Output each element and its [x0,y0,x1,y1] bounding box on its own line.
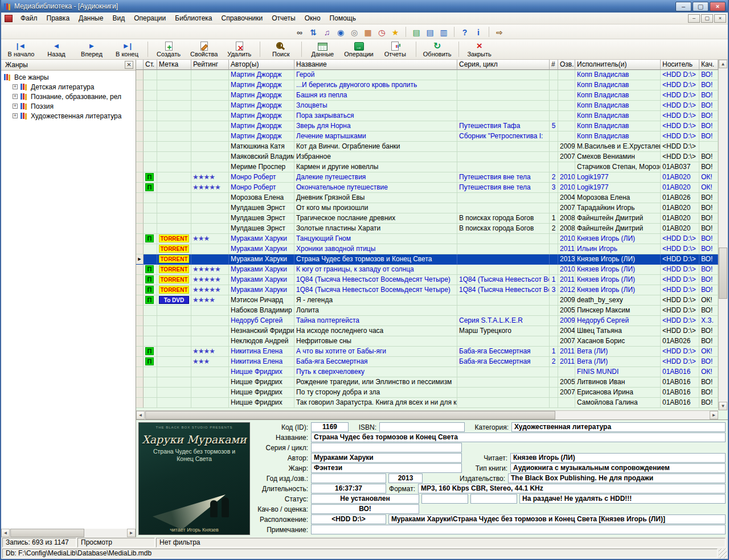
sidebar-horizontal-scrollbar[interactable]: ◄ ► [1,529,136,537]
table-row[interactable]: ПTo DVD★★★★Мэтисон РичардЯ - легенда2009… [136,295,718,306]
data-button[interactable]: Данные [305,40,340,59]
tree-expander[interactable]: + [13,84,18,89]
table-row[interactable]: П★★★★Монро РобертДалекие путешествияПуте… [136,172,718,183]
location-path-field[interactable]: Мураками Харуки\Страна Чудес без тормозо… [388,514,726,524]
scroll-up-button[interactable]: ▲ [719,60,727,68]
table-row[interactable]: Мулдашев ЭрнстТрагическое послание древн… [136,213,718,224]
table-row[interactable]: ПTORRENT★★★★★Мураками Харуки1Q84 (Тысяча… [136,275,718,285]
publisher-field[interactable]: The Black Box Publishing. Не для продажи [508,473,726,483]
view-list-blue-icon[interactable]: ▤ [424,26,436,38]
menu-item[interactable]: Отчеты [267,13,300,23]
table-row[interactable]: Морозова ЕленаДневник Грязной Евы2004Мор… [136,193,718,203]
status-field[interactable]: Не установлен [311,494,419,504]
author-field[interactable]: Мураками Харуки [311,453,462,463]
table-row[interactable]: ►TORRENTМураками ХарукиСтрана Чудес без … [136,254,718,265]
column-header[interactable]: Ст. [144,60,157,70]
menu-item[interactable]: Вид [108,13,129,23]
table-row[interactable]: П★★★★Никитина ЕленаА что вы хотите от Ба… [136,347,718,357]
menu-item[interactable]: Справочники [217,13,268,23]
scroll-down-button[interactable]: ▼ [719,402,727,410]
table-row[interactable]: Набоков ВладимирЛолита2005Пинскер Максим… [136,306,718,316]
music-note-icon[interactable]: ♫ [321,26,333,38]
table-row[interactable]: Ницше ФридрихРождение трагедии, или Элли… [136,377,718,388]
menu-item[interactable]: Данные [74,13,108,23]
menu-item[interactable]: Помощь [325,13,361,23]
go-back-button[interactable]: ◄Назад [39,40,74,59]
booktype-field[interactable]: Аудиокнига с музыкальным сопровождением [510,463,726,473]
horizontal-scrollbar[interactable]: ◄ ► [136,410,718,419]
scroll-thumb[interactable] [145,411,555,419]
table-row[interactable]: ПTORRENT★★★★★Мураками ХарукиК югу от гра… [136,265,718,275]
operations-button[interactable]: Операции [340,40,377,59]
exit-icon[interactable]: ⇨ [493,26,506,38]
table-row[interactable]: Мулдашев ЭрнстОт кого мы произошли2007Та… [136,203,718,213]
mdi-close-button[interactable]: × [714,14,726,23]
vertical-scrollbar[interactable]: ▲ ▼ [718,60,728,410]
table-row[interactable]: Недоруб СергейТайна полтергейстаСерия S.… [136,316,718,326]
close-button[interactable]: × [710,2,726,11]
table-row[interactable]: Мартин ДжорджПора закрыватьсяКопп Владис… [136,111,718,121]
column-header[interactable] [136,60,144,70]
table-row[interactable]: Незнанский ФридрихНа исходе последнего ч… [136,326,718,336]
table-row[interactable]: Мартин ДжорджЗверь для НорнаПутешествия … [136,121,718,131]
table-row[interactable]: Мартин ДжорджБашня из пеплаКопп Владисла… [136,90,718,101]
table-row[interactable]: ПTORRENT★★★★★Мураками Харуки1Q84 (Тысяча… [136,285,718,295]
column-header[interactable]: Метка [157,60,191,70]
scroll-right-button[interactable]: ► [710,411,718,419]
column-header[interactable]: Рейтинг [191,60,229,70]
menu-item[interactable]: Файл [16,13,42,23]
minimize-button[interactable]: – [675,2,691,11]
refresh-button[interactable]: Обновить [419,40,456,59]
tree-item-all-genres[interactable]: Все жанры [3,72,136,82]
series-field[interactable] [311,443,462,452]
info-icon[interactable]: i [472,26,485,38]
create-button[interactable]: Создать [151,40,186,59]
column-header[interactable]: Кач. [699,60,718,70]
column-header[interactable]: Исполнитель(и) [575,60,661,70]
quality-field[interactable]: ВО! [311,504,419,514]
format-field[interactable]: MP3, 160 Kbps CBR, Stereo, 44.1 KHz [418,484,726,493]
panel-close-icon[interactable]: ✕ [125,61,133,69]
reports-button[interactable]: Отчеты [378,40,413,59]
mdi-restore-button[interactable]: ▢ [701,14,713,23]
table-row[interactable]: Мартин ДжорджЛечение мартышкамиСборник "… [136,131,718,142]
menu-item[interactable]: Операции [129,13,170,23]
scroll-left-button[interactable]: ◄ [1,529,10,537]
genre-field[interactable]: Фэнтези [311,463,462,473]
search-button[interactable]: Поиск [263,40,298,59]
table-row[interactable]: Маяковский ВладимирИзбранное2007Смехов В… [136,152,718,162]
tree-item[interactable]: +Детская литература [3,82,136,92]
table-row[interactable]: Ницше ФридрихПуть к сверхчеловекуFINIS M… [136,367,718,377]
view-list-green-icon[interactable]: ▤ [410,26,423,38]
tree-expander[interactable]: + [13,113,18,118]
close-window-button[interactable]: Закрыть [462,40,497,59]
column-header[interactable]: Название [294,60,457,70]
scroll-thumb[interactable] [719,248,727,299]
table-row[interactable]: ПTORRENT★★★Мураками ХарукиТанцующий Гном… [136,234,718,244]
table-row[interactable]: П★★★★★Монро РобертОкончательное путешест… [136,183,718,193]
status-note-field[interactable]: На раздаче! Не удалять с HDD!!! [519,494,726,504]
duration-field[interactable]: 16:37:37 [311,484,386,493]
table-row[interactable]: П★★★Никитина ЕленаБаба-яга БессмертнаяБа… [136,357,718,367]
go-forward-button[interactable]: ►Вперед [74,40,109,59]
menu-item[interactable]: Правка [42,13,75,23]
sort-icon[interactable]: ⇅ [307,26,320,38]
column-header[interactable]: # [550,60,558,70]
table-row[interactable]: Матюшкина КатяКот да Винчи. Ограбление б… [136,142,718,152]
category-field[interactable]: Художественная литература [511,422,726,432]
tree-expander[interactable]: + [13,94,18,99]
scroll-thumb[interactable] [10,529,84,537]
menu-item[interactable]: Библиотека [170,13,216,23]
table-row[interactable]: TORRENTМураками ХарукиХроники заводной п… [136,244,718,254]
go-last-button[interactable]: ►|В конец [109,40,145,59]
properties-button[interactable]: Свойства [186,40,222,59]
table-row[interactable]: Неклюдов АндрейНефритовые сны2007Хасанов… [136,336,718,347]
maximize-button[interactable]: ▢ [693,2,708,11]
column-header[interactable]: Озв. [558,60,575,70]
table-row[interactable]: Мартин ДжорджЗлоцветыКопп Владислав<HDD … [136,101,718,111]
delete-button[interactable]: Удалить [222,40,257,59]
menu-item[interactable]: Окно [300,13,325,23]
tree-item[interactable]: +Поэзия [3,101,136,111]
resize-grip[interactable] [719,549,727,558]
globe-icon[interactable]: ◉ [334,26,347,38]
